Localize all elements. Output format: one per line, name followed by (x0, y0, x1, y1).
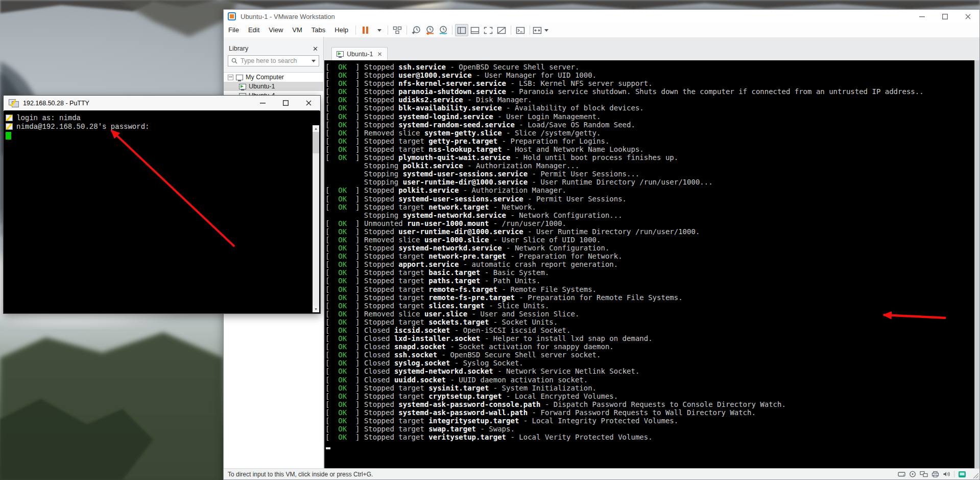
console-line: [ OK ] Stopped target veritysetup.target… (325, 433, 974, 441)
cd-dvd-icon[interactable] (909, 471, 916, 477)
console-text: [ (325, 433, 338, 441)
console-text: ] (347, 252, 364, 260)
console-text: [ (325, 400, 338, 408)
console-text: ] (347, 236, 364, 244)
console-view-button[interactable] (514, 24, 527, 36)
console-text: [ (325, 293, 338, 302)
menu-edit[interactable]: Edit (244, 23, 264, 37)
console-text: OK (338, 376, 347, 384)
putty-titlebar[interactable]: 192.168.50.28 - PuTTY (4, 96, 320, 111)
console-text: [ (325, 342, 338, 351)
sidebar-item-my-computer[interactable]: My Computer (224, 73, 323, 82)
console-line: [ OK ] Stopped target nss-lookup.target … (325, 145, 974, 153)
take-snapshot-button[interactable] (410, 24, 423, 36)
minimize-button[interactable] (911, 10, 934, 23)
console-text: [ (325, 326, 338, 334)
menu-file[interactable]: File (224, 23, 244, 37)
fit-guest-button[interactable] (482, 24, 495, 36)
console-line: [ OK ] Stopped target swap.target - Swap… (325, 425, 974, 433)
console-line: Stopping polkit.service - Authorization … (325, 162, 974, 170)
console-text: systemd-user-sessions.service (403, 170, 528, 178)
pause-button[interactable] (358, 24, 372, 36)
putty-close-button[interactable] (297, 96, 320, 110)
console-text: ] (347, 71, 364, 79)
console-line: [ OK ] Stopped target basic.target - Bas… (325, 268, 974, 277)
putty-terminal[interactable]: login as: nimdanimda@192.168.50.28's pas… (4, 110, 320, 313)
console-text: ] (347, 121, 364, 129)
console-text: ] (347, 277, 364, 285)
putty-minimize-button[interactable] (251, 96, 274, 110)
manage-snapshots-button[interactable] (436, 24, 449, 36)
show-thumbnail-bar-button[interactable] (468, 24, 482, 36)
network-adapter-icon[interactable] (920, 471, 928, 477)
desktop: Ubuntu-1 - VMware Workstation FileEditVi… (0, 0, 980, 480)
console-text: user-runtime-dir@1000.service (398, 227, 523, 236)
scrollbar-thumb[interactable] (313, 132, 319, 153)
console-text: [ (325, 96, 338, 104)
resize-grip[interactable] (972, 472, 979, 479)
console-text: Stopped (364, 104, 398, 112)
scroll-up-icon[interactable]: ▲ (313, 125, 319, 132)
collapse-icon[interactable] (228, 75, 233, 80)
console-text: - automatic crash report generation. (459, 260, 618, 268)
send-ctrl-alt-del-button[interactable] (391, 24, 404, 36)
console-text: ] (347, 112, 364, 121)
free-stretch-button[interactable] (495, 24, 508, 36)
putty-maximize-button[interactable] (274, 96, 297, 110)
console-text: ] (347, 318, 364, 326)
pause-dropdown[interactable] (372, 24, 385, 36)
console-text: [ (325, 203, 338, 211)
console-text: iscsid.socket (394, 326, 450, 334)
hard-disk-icon[interactable] (898, 471, 905, 477)
maximize-button[interactable] (934, 10, 957, 23)
console-scrollbar[interactable] (974, 60, 979, 469)
menu-tabs[interactable]: Tabs (307, 23, 330, 37)
console-line: [ OK ] Stopped target remote-fs.target -… (325, 285, 974, 293)
revert-snapshot-button[interactable] (423, 24, 436, 36)
tab-close-icon[interactable]: ✕ (377, 51, 382, 58)
fullscreen-button[interactable] (533, 24, 548, 36)
vmware-menubar: FileEditViewVMTabsHelp (224, 23, 979, 38)
sound-icon[interactable] (943, 471, 950, 477)
console-text: [ (325, 408, 338, 417)
putty-scrollbar[interactable]: ▲ ▼ (313, 125, 319, 312)
library-close-button[interactable]: ✕ (313, 45, 318, 53)
console-text: OK (338, 227, 347, 236)
console-text: OK (338, 433, 347, 441)
console-line: [ OK ] Stopped target paths.target - Pat… (325, 277, 974, 285)
vm-running-icon (337, 51, 344, 57)
device-status-icons (898, 471, 966, 478)
putty-window-title: 192.168.50.28 - PuTTY (23, 100, 89, 107)
console-text: OK (338, 367, 347, 375)
console-text: lxd-installer.socket (394, 334, 481, 342)
library-search-box[interactable]: Type here to search (228, 55, 319, 66)
console-text: user-runtime-dir@1000.service (403, 178, 528, 186)
manage-snapshots-icon (438, 26, 448, 35)
console-text: Stopped (364, 260, 398, 268)
show-library-icon (457, 27, 466, 34)
console-text: - /run/user/1000. (489, 219, 566, 227)
console-text: - Permit User Sessions... (528, 170, 639, 178)
menu-help[interactable]: Help (330, 23, 353, 37)
console-text: Stopped target (364, 137, 428, 145)
console-text: [ (325, 318, 338, 326)
close-button[interactable] (957, 10, 979, 23)
printer-icon[interactable] (931, 471, 939, 477)
menu-view[interactable]: View (264, 23, 288, 37)
console-text: - Syslog Socket. (450, 359, 523, 367)
vm-message-icon[interactable] (958, 471, 966, 478)
tab-ubuntu-1[interactable]: Ubuntu-1 ✕ (331, 47, 388, 60)
vmware-titlebar[interactable]: Ubuntu-1 - VMware Workstation (224, 10, 979, 23)
show-library-button[interactable] (455, 24, 468, 36)
sidebar-item-ubuntu-1[interactable]: Ubuntu-1 (224, 82, 323, 91)
console-line: [ OK ] Closed iscsid.socket - Open-iSCSI… (325, 326, 974, 334)
console-text: - User Login Management. (493, 112, 601, 121)
console-text: systemd-ask-password-console.path (398, 400, 540, 408)
console-text: [ (325, 219, 338, 227)
scroll-down-icon[interactable]: ▼ (313, 306, 319, 312)
vm-console-screen[interactable]: [ OK ] Stopped ssh.service - OpenBSD Sec… (324, 60, 974, 469)
console-text: ] (347, 367, 364, 375)
console-text: ] (347, 137, 364, 145)
menu-vm[interactable]: VM (288, 23, 307, 37)
vmware-body: Library ✕ Type here to search My Compute… (224, 37, 979, 469)
